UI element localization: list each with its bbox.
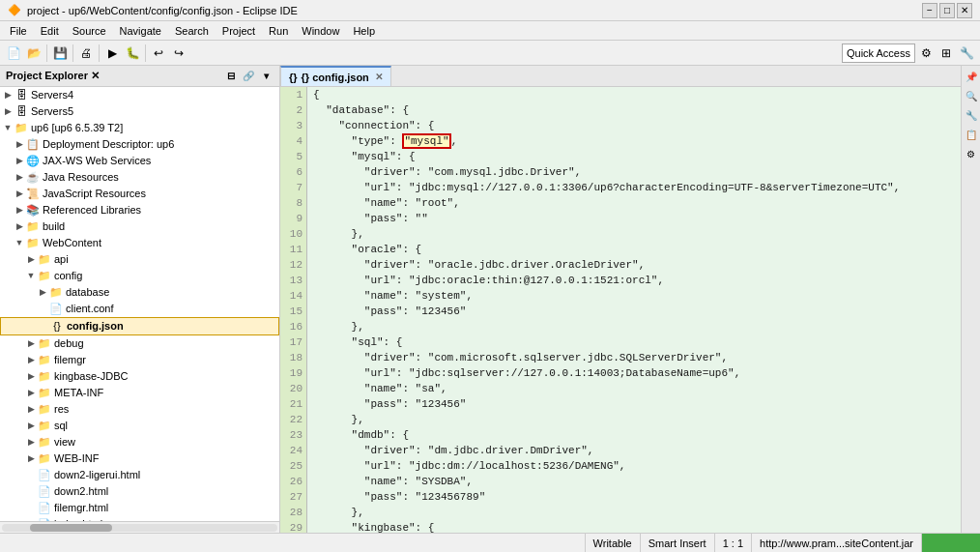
project-tree[interactable]: ▶🗄Servers4▶🗄Servers5▼📁up6 [up6 6.5.39 T2…: [0, 87, 279, 521]
tree-item[interactable]: ▶📁view: [0, 434, 279, 450]
tree-item[interactable]: ▶🌐JAX-WS Web Services: [0, 153, 279, 169]
tree-item[interactable]: ▼📁WebContent: [0, 235, 279, 251]
tree-item[interactable]: ▶📁kingbase-JDBC: [0, 368, 279, 385]
tree-item[interactable]: 📄client.conf: [0, 301, 279, 317]
right-icons-panel: 📌 🔍 🔧 📋 ⚙: [961, 66, 980, 533]
collapse-all-button[interactable]: ⊟: [223, 69, 239, 84]
tree-item[interactable]: ▶📁build: [0, 218, 279, 235]
tree-item[interactable]: ▶📁debug: [0, 335, 279, 352]
right-icon-4[interactable]: 📋: [963, 126, 980, 143]
link-editor-button[interactable]: 🔗: [241, 69, 256, 84]
menu-item-run[interactable]: Run: [263, 24, 294, 38]
menu-item-source[interactable]: Source: [67, 24, 112, 38]
horizontal-scrollbar[interactable]: [0, 521, 279, 533]
maximize-button[interactable]: □: [939, 3, 955, 18]
tree-item[interactable]: ▶📜JavaScript Resources: [0, 186, 279, 202]
tree-item[interactable]: ▶📋Deployment Descriptor: up6: [0, 136, 279, 153]
line-number: 11: [280, 242, 303, 257]
code-editor[interactable]: 1234567891011121314151617181920212223242…: [280, 87, 961, 533]
tree-item[interactable]: 📄filemgr.html: [0, 500, 279, 516]
tree-item[interactable]: ▶📚Referenced Libraries: [0, 202, 279, 218]
tree-arrow-icon: ▶: [25, 385, 37, 401]
debug-button[interactable]: 🐛: [123, 44, 142, 63]
line-number: 2: [280, 102, 303, 118]
tab-close-button[interactable]: ✕: [375, 72, 383, 82]
menu-item-navigate[interactable]: Navigate: [114, 24, 167, 38]
tree-item[interactable]: ▶📁WEB-INF: [0, 450, 279, 467]
close-button[interactable]: ✕: [957, 3, 972, 18]
config-json-tab[interactable]: {} {} config.json ✕: [280, 66, 391, 86]
code-line: "url": "jdbc:oracle:thin:@127.0.0.1:1521…: [313, 273, 955, 288]
minimize-button[interactable]: −: [922, 3, 937, 18]
code-content[interactable]: { "database": { "connection": { "type": …: [307, 87, 961, 533]
tree-node-label: res: [54, 401, 69, 418]
line-number: 27: [280, 489, 303, 505]
status-indicator: [922, 534, 980, 552]
tree-item[interactable]: ▶🗄Servers4: [0, 87, 279, 103]
menu-item-project[interactable]: Project: [216, 24, 261, 38]
tree-item[interactable]: ▶🗄Servers5: [0, 103, 279, 120]
new-button[interactable]: 📄: [4, 44, 23, 63]
tree-node-label: client.conf: [66, 301, 114, 317]
tree-node-label: WebContent: [43, 235, 101, 251]
code-line: "oracle": {: [313, 242, 955, 257]
tree-item[interactable]: ▶📁sql: [0, 418, 279, 434]
right-icon-2[interactable]: 🔍: [963, 87, 980, 104]
tree-item[interactable]: 📄down2-ligerui.html: [0, 467, 279, 483]
tree-item[interactable]: ▶📁database: [0, 284, 279, 301]
tree-node-label: build: [43, 218, 65, 235]
perspective-button[interactable]: ⚙: [916, 44, 936, 63]
code-line: "kingbase": {: [313, 520, 955, 533]
menu-item-window[interactable]: Window: [296, 24, 345, 38]
code-line: "pass": "123456789": [313, 489, 955, 505]
tree-item[interactable]: ▼📁config: [0, 268, 279, 284]
right-icon-5[interactable]: ⚙: [963, 145, 980, 162]
code-line: },: [313, 412, 955, 427]
tree-item[interactable]: ▶📁res: [0, 401, 279, 418]
tree-item[interactable]: ▶📁filemgr: [0, 352, 279, 368]
right-icon-3[interactable]: 🔧: [963, 106, 980, 124]
tree-arrow-icon: ▶: [14, 153, 25, 169]
tree-item[interactable]: 📄down2.html: [0, 483, 279, 500]
menu-item-help[interactable]: Help: [347, 24, 381, 38]
save-button[interactable]: 💾: [50, 44, 70, 63]
tree-node-icon: 🗄: [14, 105, 29, 119]
tree-item[interactable]: {}config.json: [0, 317, 279, 335]
menu-item-file[interactable]: File: [4, 24, 33, 38]
tree-node-icon: 📚: [25, 204, 41, 218]
tree-arrow-icon: ▶: [2, 87, 14, 103]
tree-item[interactable]: ▶☕Java Resources: [0, 169, 279, 186]
tree-node-icon: 📁: [37, 420, 52, 433]
panel-icons: ⊟ 🔗 ▾: [223, 69, 274, 84]
settings-button[interactable]: 🔧: [957, 44, 976, 63]
redo-button[interactable]: ↪: [169, 44, 188, 63]
scroll-thumb[interactable]: [30, 524, 113, 532]
open-button[interactable]: 📂: [24, 44, 43, 63]
tree-node-label: Servers5: [31, 103, 73, 120]
menu-item-edit[interactable]: Edit: [35, 24, 65, 38]
quick-access-box[interactable]: Quick Access: [842, 44, 915, 63]
run-button[interactable]: ▶: [102, 44, 122, 63]
line-number: 17: [280, 334, 303, 350]
view-menu-button[interactable]: ▾: [258, 69, 274, 84]
code-line: "sql": {: [313, 334, 955, 350]
line-number: 19: [280, 365, 303, 381]
tree-item[interactable]: ▶📁META-INF: [0, 385, 279, 401]
scroll-track[interactable]: [2, 524, 277, 532]
tree-item[interactable]: ▼📁up6 [up6 6.5.39 T2]: [0, 120, 279, 136]
tree-node-icon: {}: [49, 320, 65, 334]
layout-button[interactable]: ⊞: [937, 44, 956, 63]
tree-item[interactable]: ▶📁api: [0, 251, 279, 268]
code-line: "url": "jdbc:sqlserver://127.0.0.1:14003…: [313, 365, 955, 381]
right-icon-1[interactable]: 📌: [963, 68, 980, 85]
tree-node-label: view: [54, 434, 75, 450]
menu-item-search[interactable]: Search: [169, 24, 215, 38]
code-line: "mysql": {: [313, 149, 955, 164]
code-line: "name": "root",: [313, 195, 955, 211]
tree-arrow-icon: ▶: [25, 434, 37, 450]
undo-button[interactable]: ↩: [149, 44, 168, 63]
window-title: project - up6/WebContent/config/config.j…: [27, 5, 298, 16]
status-bar: Writable Smart Insert 1 : 1 http://www.p…: [0, 533, 980, 552]
tree-node-label: JAX-WS Web Services: [43, 153, 151, 169]
print-button[interactable]: 🖨: [76, 44, 96, 63]
